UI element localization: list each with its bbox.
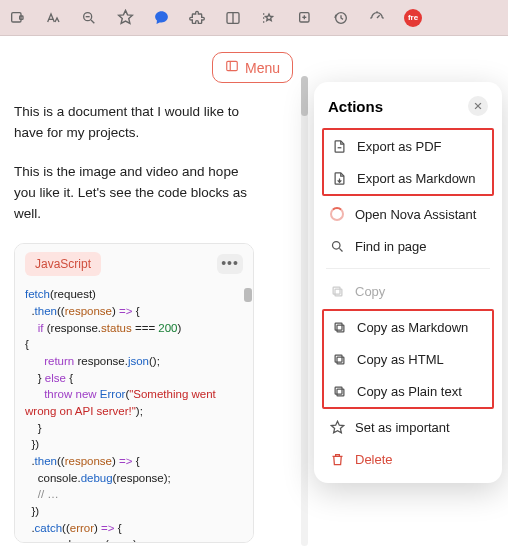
export-pdf-label: Export as PDF — [357, 139, 442, 154]
zoom-out-icon[interactable] — [80, 9, 98, 27]
svg-point-15 — [332, 241, 340, 249]
page-content: Menu This is a document that I would lik… — [0, 36, 508, 552]
document-body: This is a document that I would like to … — [14, 52, 262, 543]
svg-rect-11 — [227, 61, 238, 70]
performance-icon[interactable] — [368, 9, 386, 27]
delete-action[interactable]: Delete — [314, 443, 502, 475]
sidebar-icon — [225, 59, 239, 76]
text-size-icon[interactable] — [44, 9, 62, 27]
separator — [326, 268, 490, 269]
copy-label: Copy — [355, 284, 385, 299]
menu-button-label: Menu — [245, 60, 280, 76]
delete-label: Delete — [355, 452, 393, 467]
spinner-icon — [329, 206, 345, 222]
open-nova-label: Open Nova Assistant — [355, 207, 476, 222]
find-label: Find in page — [355, 239, 427, 254]
md-file-icon — [331, 170, 347, 186]
paragraph-2: This is the image and video and hope you… — [14, 162, 262, 225]
code-content: fetch(request) .then((response) => { if … — [15, 282, 253, 542]
copy-icon — [331, 319, 347, 335]
svg-line-16 — [339, 248, 342, 251]
menu-button[interactable]: Menu — [212, 52, 293, 83]
copy-group-highlight: Copy as Markdown Copy as HTML Copy as Pl… — [322, 309, 494, 409]
svg-rect-18 — [333, 287, 340, 294]
close-icon — [473, 101, 483, 111]
svg-rect-19 — [337, 325, 344, 332]
copy-icon — [331, 351, 347, 367]
browser-toolbar: fre — [0, 0, 508, 36]
find-in-page-action[interactable]: Find in page — [314, 230, 502, 262]
language-pill: JavaScript — [25, 252, 101, 277]
copy-icon — [329, 283, 345, 299]
copy-markdown-action[interactable]: Copy as Markdown — [324, 311, 492, 343]
star-outline-icon — [329, 419, 345, 435]
badge-icon[interactable]: fre — [404, 9, 422, 27]
svg-rect-20 — [335, 323, 342, 330]
favorites-icon[interactable] — [260, 9, 278, 27]
set-important-action[interactable]: Set as important — [314, 411, 502, 443]
set-important-label: Set as important — [355, 420, 450, 435]
puzzle-icon[interactable] — [188, 9, 206, 27]
trash-icon — [329, 451, 345, 467]
copy-html-label: Copy as HTML — [357, 352, 444, 367]
star-icon[interactable] — [116, 9, 134, 27]
open-nova-action[interactable]: Open Nova Assistant — [314, 198, 502, 230]
copy-plain-action[interactable]: Copy as Plain text — [324, 375, 492, 407]
paragraph-1: This is a document that I would like to … — [14, 102, 262, 144]
history-icon[interactable] — [332, 9, 350, 27]
copy-md-label: Copy as Markdown — [357, 320, 468, 335]
svg-rect-17 — [335, 289, 342, 296]
actions-title: Actions — [328, 98, 383, 115]
close-button[interactable] — [468, 96, 488, 116]
export-pdf-action[interactable]: Export as PDF — [324, 130, 492, 162]
svg-rect-24 — [335, 387, 342, 394]
extension-icon[interactable] — [8, 9, 26, 27]
page-scrollbar[interactable] — [301, 76, 308, 546]
collections-icon[interactable] — [296, 9, 314, 27]
code-block: JavaScript ••• fetch(request) .then((res… — [14, 243, 254, 544]
export-markdown-action[interactable]: Export as Markdown — [324, 162, 492, 194]
copy-html-action[interactable]: Copy as HTML — [324, 343, 492, 375]
copy-icon — [331, 383, 347, 399]
svg-rect-22 — [335, 355, 342, 362]
code-header: JavaScript ••• — [15, 244, 253, 283]
export-group-highlight: Export as PDF Export as Markdown — [322, 128, 494, 196]
code-scrollbar[interactable] — [244, 288, 252, 302]
svg-rect-23 — [337, 389, 344, 396]
svg-rect-21 — [337, 357, 344, 364]
actions-panel: Actions Export as PDF Export as Markdown… — [314, 82, 502, 483]
copy-action: Copy — [314, 275, 502, 307]
split-view-icon[interactable] — [224, 9, 242, 27]
export-md-label: Export as Markdown — [357, 171, 476, 186]
copy-plain-label: Copy as Plain text — [357, 384, 462, 399]
code-more-button[interactable]: ••• — [217, 254, 243, 274]
pdf-file-icon — [331, 138, 347, 154]
svg-line-3 — [91, 20, 94, 23]
search-icon — [329, 238, 345, 254]
chat-icon[interactable] — [152, 9, 170, 27]
